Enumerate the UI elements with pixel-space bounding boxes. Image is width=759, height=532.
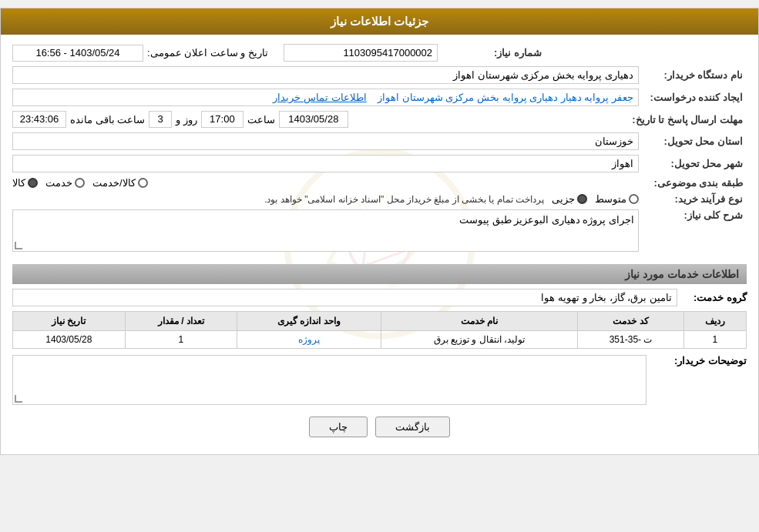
cell-name: تولید، انتقال و توزیع برق: [381, 331, 578, 349]
radio-kala-khedmat-icon: [138, 178, 148, 188]
city-row: شهر محل تحویل: اهواز: [12, 155, 747, 172]
radio-jozei-icon: [577, 194, 587, 204]
city-label: شهر محل تحویل:: [639, 158, 747, 169]
print-button[interactable]: چاپ: [309, 417, 368, 437]
category-kala-khedmat-label: کالا/خدمت: [92, 177, 136, 189]
col-unit: واحد اندازه گیری: [237, 312, 381, 331]
cell-row: 1: [683, 331, 746, 349]
process-radio-group: متوسط جزیی: [552, 193, 639, 205]
col-date: تاریخ نیاز: [13, 312, 126, 331]
process-jozei-label: جزیی: [552, 193, 575, 205]
contact-link[interactable]: اطلاعات تماس خریدار: [273, 92, 366, 103]
group-value: تامین برق، گاز، بخار و تهویه هوا: [12, 289, 677, 306]
province-value: خوزستان: [12, 132, 639, 150]
category-radio-group: کالا/خدمت خدمت کالا: [12, 177, 639, 189]
process-label: نوع فرآیند خرید:: [639, 193, 747, 205]
description-value: اجرای پروژه دهیاری البوعزیز طبق پیوست: [459, 214, 634, 226]
description-label: شرح کلی نیاز:: [639, 209, 747, 221]
deadline-time-label: ساعت: [247, 114, 275, 125]
cell-count: 1: [125, 331, 237, 349]
buyer-label: نام دستگاه خریدار:: [639, 69, 747, 81]
back-button[interactable]: بازگشت: [375, 417, 450, 437]
need-number-label: شماره نیاز:: [438, 47, 546, 59]
deadline-day-label: روز و: [176, 114, 197, 125]
deadline-time: 17:00: [201, 111, 243, 128]
process-text: پرداخت تمام یا بخشی از مبلغ خریداز محل "…: [12, 194, 544, 205]
deadline-group: 1403/05/28 ساعت 17:00 روز و 3 ساعت باقی …: [12, 111, 632, 128]
resize-handle-icon: [15, 242, 22, 249]
need-number-value: 1103095417000002: [284, 44, 438, 62]
deadline-date: 1403/05/28: [279, 111, 348, 128]
buyer-desc-section: توضیحات خریدار:: [12, 355, 747, 405]
creator-value: جعفر پروایه دهیار دهیاری پروایه بخش مرکز…: [12, 89, 639, 106]
category-option-kala[interactable]: کالا: [12, 177, 38, 189]
col-name: نام خدمت: [381, 312, 578, 331]
table-header: ردیف کد خدمت نام خدمت واحد اندازه گیری ت…: [13, 312, 747, 331]
category-kala-label: کالا: [12, 177, 25, 189]
buyer-value: دهیاری پروایه بخش مرکزی شهرستان اهواز: [12, 66, 639, 84]
buyer-desc-resize-icon: [15, 395, 22, 403]
page-title: جزئیات اطلاعات نیاز: [331, 15, 428, 28]
category-row: طبقه بندی موضوعی: کالا/خدمت خدمت کالا: [12, 177, 747, 189]
radio-kala-icon: [28, 178, 38, 188]
buyer-row: نام دستگاه خریدار: دهیاری پروایه بخش مرک…: [12, 66, 747, 84]
process-motevaset-label: متوسط: [595, 193, 626, 205]
col-code: کد خدمت: [578, 312, 683, 331]
process-row: نوع فرآیند خرید: متوسط جزیی پرداخت تمام …: [12, 193, 747, 205]
process-option-jozei[interactable]: جزیی: [552, 193, 587, 205]
need-number-row: شماره نیاز: 1103095417000002 تاریخ و ساع…: [12, 44, 747, 62]
group-label: گروه خدمت:: [677, 292, 747, 303]
deadline-row: مهلت ارسال پاسخ تا تاریخ: 1403/05/28 ساع…: [12, 111, 747, 128]
creator-row: ایجاد کننده درخواست: جعفر پروایه دهیار د…: [12, 89, 747, 106]
category-khedmat-label: خدمت: [45, 177, 72, 189]
cell-date: 1403/05/28: [13, 331, 126, 349]
description-box[interactable]: اجرای پروژه دهیاری البوعزیز طبق پیوست: [12, 209, 639, 252]
deadline-days: 3: [149, 111, 172, 128]
buttons-row: بازگشت چاپ: [12, 417, 747, 437]
date-value: 1403/05/24 - 16:56: [12, 45, 143, 62]
table-body: 1 ت -35-351 تولید، انتقال و توزیع برق پر…: [13, 331, 747, 349]
group-row: گروه خدمت: تامین برق، گاز، بخار و تهویه …: [12, 289, 747, 306]
buyer-desc-box[interactable]: [12, 355, 646, 405]
province-label: استان محل تحویل:: [639, 136, 747, 147]
page-header: جزئیات اطلاعات نیاز: [1, 8, 758, 35]
radio-khedmat-icon: [75, 178, 85, 188]
deadline-remaining: 23:43:06: [12, 111, 66, 128]
process-option-motevaset[interactable]: متوسط: [595, 193, 639, 205]
deadline-remaining-label: ساعت باقی مانده: [70, 114, 145, 125]
table-row: 1 ت -35-351 تولید، انتقال و توزیع برق پر…: [13, 331, 747, 349]
date-label: تاریخ و ساعت اعلان عمومی:: [147, 47, 268, 59]
category-option-kala-khedmat[interactable]: کالا/خدمت: [92, 177, 148, 189]
category-label: طبقه بندی موضوعی:: [639, 177, 747, 189]
radio-motevaset-icon: [629, 194, 639, 204]
service-table: ردیف کد خدمت نام خدمت واحد اندازه گیری ت…: [12, 311, 747, 349]
col-count: تعداد / مقدار: [125, 312, 237, 331]
service-section-header: اطلاعات خدمات مورد نیاز: [12, 264, 747, 284]
col-row: ردیف: [683, 312, 746, 331]
creator-label: ایجاد کننده درخواست:: [639, 92, 747, 103]
description-row: شرح کلی نیاز: اجرای پروژه دهیاری البوعزی…: [12, 209, 747, 256]
buyer-desc-label: توضیحات خریدار:: [646, 355, 747, 366]
category-option-khedmat[interactable]: خدمت: [45, 177, 85, 189]
province-row: استان محل تحویل: خوزستان: [12, 132, 747, 150]
cell-code: ت -35-351: [578, 331, 683, 349]
cell-unit: پروژه: [237, 331, 381, 349]
city-value: اهواز: [12, 155, 639, 172]
deadline-label: مهلت ارسال پاسخ تا تاریخ:: [632, 114, 747, 125]
